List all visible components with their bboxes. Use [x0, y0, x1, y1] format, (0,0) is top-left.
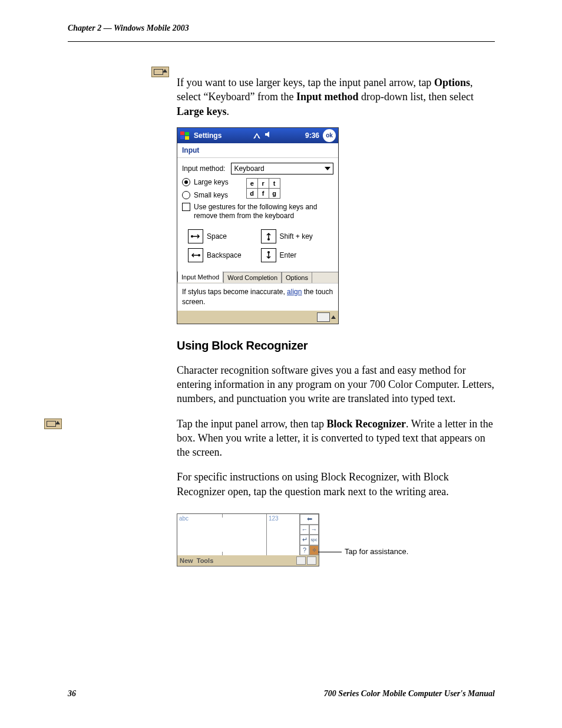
- page-footer: 36 700 Series Color Mobile Computer User…: [68, 689, 495, 699]
- dropdown-arrow-icon: [325, 167, 330, 170]
- radio-small-label: Small keys: [194, 191, 228, 199]
- gesture-enter-label: Enter: [280, 251, 321, 259]
- gesture-shift-label: Shift + key: [280, 232, 321, 241]
- paragraph-block-recognizer-help: For specific instructions on using Block…: [177, 470, 495, 499]
- gesture-backspace-icon: [188, 248, 203, 262]
- svg-point-4: [267, 238, 270, 241]
- callout-text: Tap for assistance.: [345, 547, 408, 556]
- abc-label: abc: [179, 515, 189, 522]
- tab-options[interactable]: Options: [282, 272, 312, 283]
- tab-word-completion[interactable]: Word Completion: [223, 272, 282, 283]
- input-method-select[interactable]: Keyboard: [231, 163, 333, 174]
- help-button[interactable]: ?: [300, 545, 309, 556]
- letter-input-area[interactable]: abc: [177, 514, 267, 555]
- gestures-checkbox[interactable]: [182, 203, 190, 211]
- svg-point-0: [254, 137, 256, 138]
- enter-button[interactable]: ↵: [300, 535, 309, 545]
- connectivity-icon[interactable]: [253, 131, 261, 140]
- device-titlebar: Settings 9:36 ok: [177, 128, 338, 143]
- gestures-label: Use gestures for the following keys and …: [194, 203, 333, 221]
- clock-time[interactable]: 9:36: [305, 131, 319, 140]
- heading-block-recognizer: Using Block Recognizer: [177, 339, 495, 353]
- chapter-header: Chapter 2 — Windows Mobile 2003: [68, 24, 189, 33]
- left-button[interactable]: ←: [300, 525, 309, 535]
- gesture-enter-icon: [261, 248, 276, 262]
- input-method-label: Input method:: [182, 164, 225, 173]
- menu-tools[interactable]: Tools: [197, 557, 214, 564]
- svg-point-3: [198, 254, 200, 256]
- device-softkey-bar: [177, 311, 338, 324]
- menu-new[interactable]: New: [180, 557, 193, 564]
- chapter-rule: [68, 41, 495, 42]
- key-sample-preview: ert dfg: [246, 178, 280, 199]
- radio-large-keys[interactable]: [182, 178, 190, 186]
- paragraph-block-recognizer-step: Tap the input panel arrow, then tap Bloc…: [177, 417, 495, 460]
- gesture-shift-icon: [261, 229, 276, 243]
- symbols-button[interactable]: ✧: [309, 545, 319, 556]
- gesture-backspace-label: Backspace: [207, 251, 248, 259]
- gesture-space-label: Space: [207, 232, 248, 241]
- radio-small-keys[interactable]: [182, 191, 190, 199]
- device-title: Settings: [194, 131, 222, 140]
- svg-point-1: [258, 137, 259, 138]
- volume-icon[interactable]: [265, 131, 272, 140]
- paragraph-block-recognizer-intro: Character recognition software gives you…: [177, 363, 495, 406]
- manual-title: 700 Series Color Mobile Computer User's …: [324, 689, 495, 699]
- backspace-button[interactable]: ⬅: [300, 514, 319, 525]
- input-panel-icon: [151, 67, 169, 77]
- spc-button[interactable]: spc: [309, 535, 319, 545]
- start-flag-icon[interactable]: [180, 131, 190, 140]
- gesture-space-icon: [188, 229, 203, 243]
- device-tabs: Input Method Word Completion Options: [177, 272, 338, 283]
- paragraph-large-keys: If you want to use larger keys, tap the …: [177, 75, 495, 118]
- number-input-area[interactable]: 123: [267, 514, 300, 555]
- settings-device-screenshot: Settings 9:36 ok Input Input method: Key…: [177, 127, 339, 324]
- screen-subtitle: Input: [177, 143, 338, 158]
- sip-arrow-icon[interactable]: [331, 315, 336, 319]
- block-recognizer-screenshot: abc 123 ⬅ ← → ↵ spc ? ✧ New Tool: [177, 513, 319, 566]
- svg-point-5: [267, 251, 270, 253]
- align-link[interactable]: align: [287, 288, 302, 296]
- ok-button[interactable]: ok: [323, 129, 336, 142]
- callout-leader: [318, 552, 342, 552]
- sip-arrow-icon[interactable]: [307, 556, 316, 565]
- page-number: 36: [68, 689, 76, 699]
- tab-input-method[interactable]: Input Method: [177, 271, 223, 282]
- radio-large-label: Large keys: [194, 178, 229, 186]
- num-label: 123: [269, 515, 279, 522]
- sip-keyboard-icon[interactable]: [317, 312, 330, 322]
- align-note: If stylus taps become inaccurate, align …: [177, 283, 338, 311]
- input-panel-icon: [44, 419, 62, 429]
- recognizer-toolbar: ⬅ ← → ↵ spc ? ✧: [300, 514, 319, 555]
- right-button[interactable]: →: [309, 525, 319, 535]
- sip-pen-icon[interactable]: [296, 556, 306, 565]
- input-method-value: Keyboard: [234, 164, 264, 173]
- svg-point-2: [191, 235, 193, 238]
